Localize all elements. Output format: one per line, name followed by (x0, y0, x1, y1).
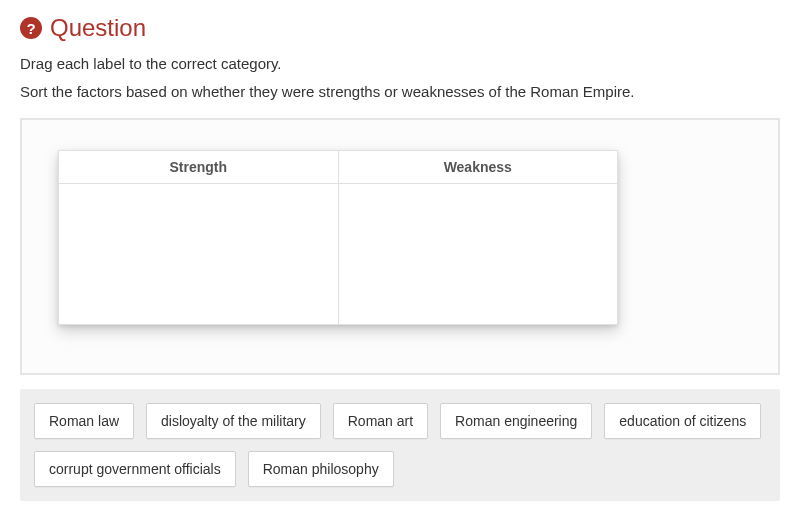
draggable-label[interactable]: disloyalty of the military (146, 403, 321, 439)
drop-zone-weakness[interactable] (339, 184, 618, 324)
draggable-label[interactable]: corrupt government officials (34, 451, 236, 487)
table-body (59, 184, 617, 324)
column-header-strength: Strength (59, 151, 339, 183)
table-header-row: Strength Weakness (59, 151, 617, 184)
draggable-label[interactable]: Roman law (34, 403, 134, 439)
category-table: Strength Weakness (58, 150, 618, 325)
drop-area-container: Strength Weakness (20, 118, 780, 375)
draggable-label[interactable]: Roman philosophy (248, 451, 394, 487)
label-bank: Roman law disloyalty of the military Rom… (20, 389, 780, 501)
column-header-weakness: Weakness (339, 151, 618, 183)
icon-glyph: ? (26, 20, 35, 37)
draggable-label[interactable]: Roman engineering (440, 403, 592, 439)
draggable-label[interactable]: Roman art (333, 403, 428, 439)
prompt-text: Sort the factors based on whether they w… (20, 80, 780, 104)
draggable-label[interactable]: education of citizens (604, 403, 761, 439)
question-mark-icon: ? (20, 17, 42, 39)
drop-zone-strength[interactable] (59, 184, 339, 324)
question-title: Question (50, 14, 146, 42)
question-header: ? Question (20, 14, 780, 42)
instruction-text: Drag each label to the correct category. (20, 52, 780, 76)
